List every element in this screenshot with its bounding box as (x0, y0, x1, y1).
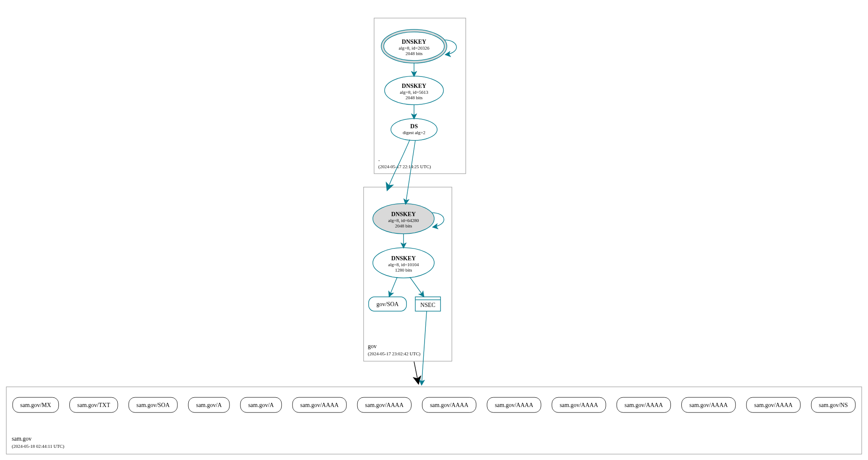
leaf-label: sam.gov/MX (20, 402, 51, 408)
leaf-label: sam.gov/TXT (77, 402, 111, 408)
leaf-label: sam.gov/AAAA (430, 402, 469, 408)
leaf-label: sam.gov/AAAA (625, 402, 663, 408)
leaf-node: sam.gov/A (240, 397, 282, 412)
root-ksk-bits: 2048 bits (406, 51, 423, 56)
leaf-node: sam.gov/A (188, 397, 230, 412)
gov-soa-label: gov/SOA (377, 301, 399, 307)
root-ds-alg: digest alg=2 (403, 130, 425, 135)
root-zsk-bits: 2048 bits (406, 95, 423, 100)
leaf-node: sam.gov/AAAA (682, 397, 736, 412)
gov-zsk-bits: 1280 bits (395, 267, 412, 272)
leaf-label: sam.gov/AAAA (689, 402, 728, 408)
leaf-label: sam.gov/AAAA (559, 402, 598, 408)
node-gov-ksk: DNSKEY alg=8, id=64280 2048 bits (373, 204, 434, 234)
leaf-node: sam.gov/SOA (129, 397, 177, 412)
gov-ksk-alg: alg=8, id=64280 (388, 218, 419, 223)
root-zsk-title: DNSKEY (402, 83, 426, 89)
zone-gov-name: gov (368, 343, 377, 349)
leaf-node: sam.gov/NS (811, 397, 855, 412)
svg-point-3 (391, 119, 437, 140)
edge-gov-sam-black (414, 362, 418, 383)
root-ksk-title: DNSKEY (402, 39, 426, 45)
node-gov-nsec: NSEC (415, 297, 441, 311)
leaf-label: sam.gov/AAAA (365, 402, 404, 408)
leaf-node: sam.gov/AAAA (747, 397, 800, 412)
leaf-node: sam.gov/AAAA (617, 397, 670, 412)
leaf-nodes: sam.gov/MXsam.gov/TXTsam.gov/SOAsam.gov/… (13, 397, 855, 412)
node-gov-soa: gov/SOA (369, 297, 406, 311)
node-root-zsk: DNSKEY alg=8, id=5613 2048 bits (385, 76, 443, 105)
zone-gov-date: (2024-05-17 23:02:42 UTC) (368, 351, 421, 357)
leaf-node: sam.gov/AAAA (487, 397, 541, 412)
leaf-node: sam.gov/AAAA (293, 397, 346, 412)
leaf-label: sam.gov/NS (819, 402, 848, 408)
leaf-node: sam.gov/AAAA (357, 397, 411, 412)
leaf-label: sam.gov/AAAA (300, 402, 339, 408)
dnssec-diagram: . (2024-05-17 22:14:25 UTC) DNSKEY alg=8… (0, 0, 868, 460)
zone-sam (6, 387, 862, 454)
leaf-label: sam.gov/AAAA (754, 402, 793, 408)
root-zsk-alg: alg=8, id=5613 (400, 90, 428, 95)
leaf-node: sam.gov/TXT (70, 397, 118, 412)
edge-govzsk-soa (389, 277, 397, 296)
root-ds-title: DS (410, 123, 418, 130)
gov-zsk-title: DNSKEY (391, 255, 416, 262)
root-ksk-alg: alg=8, id=20326 (399, 45, 430, 50)
gov-ksk-title: DNSKEY (391, 211, 416, 217)
zone-root-name: . (378, 156, 380, 162)
gov-zsk-alg: alg=8, id=10104 (388, 262, 419, 267)
zone-root-date: (2024-05-17 22:14:25 UTC) (378, 164, 431, 169)
gov-ksk-bits: 2048 bits (395, 223, 412, 228)
node-root-ksk: DNSKEY alg=8, id=20326 2048 bits (381, 29, 447, 63)
gov-nsec-label: NSEC (420, 302, 435, 308)
zone-sam-date: (2024-05-18 02:44:11 UTC) (12, 444, 64, 449)
node-gov-zsk: DNSKEY alg=8, id=10104 1280 bits (373, 248, 434, 278)
edge-ds-govksk-thin (406, 140, 415, 204)
node-root-ds: DS digest alg=2 (391, 119, 437, 140)
leaf-node: sam.gov/AAAA (552, 397, 606, 412)
zone-sam-name: sam.gov (12, 436, 32, 442)
leaf-label: sam.gov/AAAA (495, 402, 533, 408)
leaf-node: sam.gov/MX (13, 397, 59, 412)
leaf-label: sam.gov/SOA (137, 402, 170, 408)
leaf-label: sam.gov/A (196, 402, 222, 408)
leaf-label: sam.gov/A (248, 402, 274, 408)
edge-govzsk-nsec (410, 277, 424, 296)
leaf-node: sam.gov/AAAA (422, 397, 476, 412)
edge-nsec-sam (422, 311, 427, 385)
